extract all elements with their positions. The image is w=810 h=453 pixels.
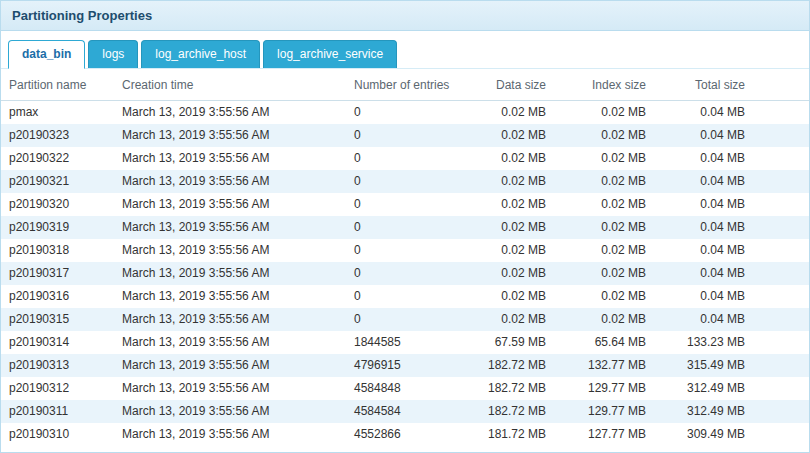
cell-creation-time: March 13, 2019 3:55:56 AM bbox=[114, 354, 346, 377]
cell-partition-name: p20190319 bbox=[1, 216, 114, 239]
cell-total-size: 0.04 MB bbox=[654, 285, 809, 308]
cell-number-of-entries: 0 bbox=[346, 147, 474, 170]
cell-data-size: 0.02 MB bbox=[474, 239, 554, 262]
cell-number-of-entries: 4552866 bbox=[346, 423, 474, 446]
cell-number-of-entries: 4796915 bbox=[346, 354, 474, 377]
cell-creation-time: March 13, 2019 3:55:56 AM bbox=[114, 423, 346, 446]
cell-data-size: 0.02 MB bbox=[474, 216, 554, 239]
partitioning-properties-panel: Partitioning Properties data_bin logs lo… bbox=[0, 0, 810, 453]
table-row: p20190315 March 13, 2019 3:55:56 AM 0 0.… bbox=[1, 308, 809, 331]
cell-total-size: 0.04 MB bbox=[654, 101, 809, 125]
cell-number-of-entries: 4584584 bbox=[346, 400, 474, 423]
table-row: p20190310 March 13, 2019 3:55:56 AM 4552… bbox=[1, 423, 809, 446]
cell-index-size: 132.77 MB bbox=[554, 354, 654, 377]
table-row: p20190319 March 13, 2019 3:55:56 AM 0 0.… bbox=[1, 216, 809, 239]
cell-data-size: 0.02 MB bbox=[474, 124, 554, 147]
column-header-number-of-entries: Number of entries bbox=[346, 69, 474, 101]
cell-total-size: 0.04 MB bbox=[654, 124, 809, 147]
cell-partition-name: p20190320 bbox=[1, 193, 114, 216]
cell-total-size: 0.04 MB bbox=[654, 170, 809, 193]
cell-data-size: 0.02 MB bbox=[474, 193, 554, 216]
cell-index-size: 0.02 MB bbox=[554, 147, 654, 170]
cell-index-size: 0.02 MB bbox=[554, 124, 654, 147]
cell-index-size: 0.02 MB bbox=[554, 101, 654, 125]
cell-number-of-entries: 0 bbox=[346, 170, 474, 193]
cell-creation-time: March 13, 2019 3:55:56 AM bbox=[114, 147, 346, 170]
cell-number-of-entries: 4584848 bbox=[346, 377, 474, 400]
table-row: p20190318 March 13, 2019 3:55:56 AM 0 0.… bbox=[1, 239, 809, 262]
cell-number-of-entries: 0 bbox=[346, 262, 474, 285]
cell-number-of-entries: 1844585 bbox=[346, 331, 474, 354]
cell-creation-time: March 13, 2019 3:55:56 AM bbox=[114, 193, 346, 216]
table-row: pmax March 13, 2019 3:55:56 AM 0 0.02 MB… bbox=[1, 101, 809, 125]
cell-total-size: 309.49 MB bbox=[654, 423, 809, 446]
cell-partition-name: p20190321 bbox=[1, 170, 114, 193]
cell-number-of-entries: 0 bbox=[346, 239, 474, 262]
cell-index-size: 65.64 MB bbox=[554, 331, 654, 354]
cell-data-size: 0.02 MB bbox=[474, 101, 554, 125]
table-body: pmax March 13, 2019 3:55:56 AM 0 0.02 MB… bbox=[1, 101, 809, 447]
tab-bar: data_bin logs log_archive_host log_archi… bbox=[1, 31, 809, 69]
cell-partition-name: p20190313 bbox=[1, 354, 114, 377]
cell-creation-time: March 13, 2019 3:55:56 AM bbox=[114, 285, 346, 308]
panel-title: Partitioning Properties bbox=[1, 1, 809, 31]
cell-number-of-entries: 0 bbox=[346, 285, 474, 308]
cell-total-size: 0.04 MB bbox=[654, 308, 809, 331]
cell-data-size: 182.72 MB bbox=[474, 377, 554, 400]
cell-index-size: 129.77 MB bbox=[554, 377, 654, 400]
cell-partition-name: p20190318 bbox=[1, 239, 114, 262]
cell-creation-time: March 13, 2019 3:55:56 AM bbox=[114, 101, 346, 125]
cell-index-size: 127.77 MB bbox=[554, 423, 654, 446]
cell-index-size: 0.02 MB bbox=[554, 285, 654, 308]
cell-total-size: 133.23 MB bbox=[654, 331, 809, 354]
cell-number-of-entries: 0 bbox=[346, 124, 474, 147]
cell-partition-name: p20190310 bbox=[1, 423, 114, 446]
cell-index-size: 0.02 MB bbox=[554, 262, 654, 285]
cell-total-size: 0.04 MB bbox=[654, 262, 809, 285]
tab-log-archive-host[interactable]: log_archive_host bbox=[141, 40, 260, 68]
cell-total-size: 312.49 MB bbox=[654, 400, 809, 423]
cell-data-size: 182.72 MB bbox=[474, 400, 554, 423]
cell-number-of-entries: 0 bbox=[346, 308, 474, 331]
cell-total-size: 315.49 MB bbox=[654, 354, 809, 377]
cell-partition-name: p20190316 bbox=[1, 285, 114, 308]
cell-partition-name: p20190314 bbox=[1, 331, 114, 354]
tab-logs[interactable]: logs bbox=[88, 40, 138, 68]
cell-total-size: 0.04 MB bbox=[654, 216, 809, 239]
column-header-creation-time: Creation time bbox=[114, 69, 346, 101]
table-row: p20190323 March 13, 2019 3:55:56 AM 0 0.… bbox=[1, 124, 809, 147]
cell-partition-name: p20190322 bbox=[1, 147, 114, 170]
cell-creation-time: March 13, 2019 3:55:56 AM bbox=[114, 262, 346, 285]
cell-total-size: 312.49 MB bbox=[654, 377, 809, 400]
table-row: p20190311 March 13, 2019 3:55:56 AM 4584… bbox=[1, 400, 809, 423]
cell-data-size: 0.02 MB bbox=[474, 308, 554, 331]
cell-index-size: 0.02 MB bbox=[554, 308, 654, 331]
cell-creation-time: March 13, 2019 3:55:56 AM bbox=[114, 124, 346, 147]
cell-creation-time: March 13, 2019 3:55:56 AM bbox=[114, 377, 346, 400]
cell-partition-name: p20190323 bbox=[1, 124, 114, 147]
cell-index-size: 129.77 MB bbox=[554, 400, 654, 423]
table-row: p20190312 March 13, 2019 3:55:56 AM 4584… bbox=[1, 377, 809, 400]
tab-log-archive-service[interactable]: log_archive_service bbox=[263, 40, 397, 68]
tab-data-bin[interactable]: data_bin bbox=[8, 40, 85, 69]
cell-creation-time: March 13, 2019 3:55:56 AM bbox=[114, 308, 346, 331]
cell-index-size: 0.02 MB bbox=[554, 216, 654, 239]
cell-index-size: 0.02 MB bbox=[554, 170, 654, 193]
table-row: p20190321 March 13, 2019 3:55:56 AM 0 0.… bbox=[1, 170, 809, 193]
cell-data-size: 181.72 MB bbox=[474, 423, 554, 446]
table-row: p20190313 March 13, 2019 3:55:56 AM 4796… bbox=[1, 354, 809, 377]
table-header-row: Partition name Creation time Number of e… bbox=[1, 69, 809, 101]
cell-data-size: 182.72 MB bbox=[474, 354, 554, 377]
cell-index-size: 0.02 MB bbox=[554, 239, 654, 262]
cell-number-of-entries: 0 bbox=[346, 216, 474, 239]
column-header-partition-name: Partition name bbox=[1, 69, 114, 101]
cell-data-size: 0.02 MB bbox=[474, 170, 554, 193]
cell-data-size: 0.02 MB bbox=[474, 262, 554, 285]
table-row: p20190320 March 13, 2019 3:55:56 AM 0 0.… bbox=[1, 193, 809, 216]
table-row: p20190316 March 13, 2019 3:55:56 AM 0 0.… bbox=[1, 285, 809, 308]
cell-creation-time: March 13, 2019 3:55:56 AM bbox=[114, 170, 346, 193]
column-header-total-size: Total size bbox=[654, 69, 809, 101]
cell-total-size: 0.04 MB bbox=[654, 193, 809, 216]
cell-number-of-entries: 0 bbox=[346, 101, 474, 125]
cell-creation-time: March 13, 2019 3:55:56 AM bbox=[114, 216, 346, 239]
